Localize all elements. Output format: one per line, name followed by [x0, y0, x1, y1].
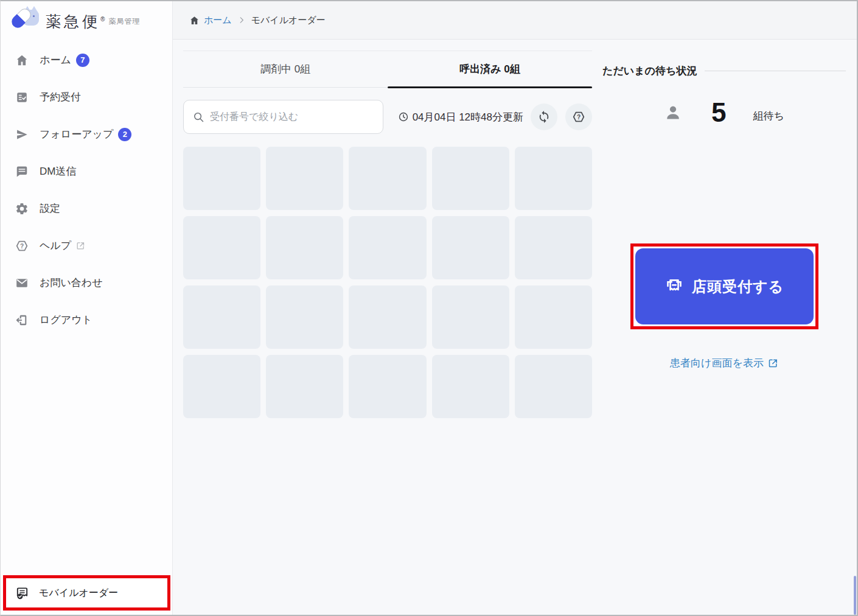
- order-card-placeholder: [183, 285, 260, 349]
- sidebar-item-settings[interactable]: 設定: [1, 190, 172, 227]
- content: 調剤中 0組 呼出済み 0組 04月04日 12時48分更新: [173, 40, 857, 615]
- sidebar-nav: ホーム 7 予約受付 フォローアップ 2 DM送信: [1, 41, 172, 338]
- gear-icon: [15, 202, 29, 215]
- sidebar-item-mobile-order-highlighted[interactable]: モバイルオーダー: [3, 575, 170, 611]
- order-card-placeholder: [183, 355, 260, 418]
- sidebar-item-label: 予約受付: [40, 90, 81, 104]
- order-card-placeholder: [515, 285, 592, 349]
- last-updated-text: 04月04日 12時48分更新: [413, 110, 523, 124]
- order-card-placeholder: [266, 147, 343, 210]
- brand-logo: 薬急便® 薬局管理: [1, 1, 172, 41]
- refresh-button[interactable]: [531, 103, 557, 130]
- external-link-icon: [768, 358, 778, 368]
- brand-name: 薬急便®: [46, 12, 105, 32]
- registered-mark: ®: [100, 15, 105, 22]
- reservation-list-icon: [15, 91, 29, 104]
- sidebar-item-label: 設定: [40, 201, 60, 215]
- order-card-placeholder: [349, 216, 426, 279]
- help-hexagon-icon: ?: [572, 110, 585, 124]
- followup-badge: 2: [118, 128, 131, 141]
- breadcrumb: ホーム モバイルオーダー: [173, 1, 857, 40]
- sidebar: 薬急便® 薬局管理 ホーム 7 予約受付 フォローアップ: [1, 1, 173, 615]
- tab-called[interactable]: 呼出済み 0組: [388, 51, 592, 87]
- order-card-placeholder: [349, 285, 426, 349]
- patient-view-link[interactable]: 患者向け画面を表示: [670, 356, 764, 370]
- order-card-placeholder: [266, 285, 343, 349]
- help-button[interactable]: ?: [565, 103, 592, 130]
- order-card-placeholder: [432, 285, 509, 349]
- home-badge: 7: [76, 54, 89, 67]
- main-area: ホーム モバイルオーダー 調剤中 0組 呼出済み 0組: [173, 1, 857, 615]
- order-card-placeholder: [515, 216, 592, 279]
- search-icon: [193, 111, 204, 123]
- help-hexagon-icon: ?: [15, 239, 29, 253]
- order-card-grid: [183, 147, 592, 418]
- sidebar-item-home[interactable]: ホーム 7: [1, 41, 172, 79]
- walk-in-button-label: 店頭受付する: [692, 277, 784, 296]
- order-card-placeholder: [266, 355, 343, 418]
- patient-view-link-row[interactable]: 患者向け画面を表示: [602, 356, 846, 370]
- scrollbar-thumb[interactable]: [854, 576, 856, 615]
- sidebar-item-label: ホーム: [40, 53, 71, 67]
- sidebar-item-reservations[interactable]: 予約受付: [1, 79, 172, 116]
- mobile-order-icon: [15, 586, 29, 600]
- sidebar-item-label: フォローアップ: [40, 127, 113, 141]
- search-input[interactable]: [210, 111, 374, 122]
- sidebar-item-help[interactable]: ? ヘルプ: [1, 227, 172, 264]
- refresh-icon: [537, 110, 551, 124]
- order-card-placeholder: [266, 216, 343, 279]
- sidebar-item-label: ログアウト: [40, 313, 92, 327]
- walk-in-reception-button[interactable]: 店頭受付する: [635, 248, 814, 324]
- app-window: 薬急便® 薬局管理 ホーム 7 予約受付 フォローアップ: [0, 0, 858, 616]
- pill-cat-logo-icon: [9, 7, 41, 35]
- waiting-title: ただいまの待ち状況: [602, 64, 697, 78]
- message-icon: [15, 165, 29, 178]
- order-card-placeholder: [432, 355, 509, 418]
- breadcrumb-home-icon: [189, 15, 200, 26]
- send-icon: [15, 128, 29, 141]
- update-status-group: 04月04日 12時48分更新 ?: [398, 103, 592, 130]
- tab-bar: 調剤中 0組 呼出済み 0組: [183, 51, 592, 88]
- order-card-placeholder: [515, 355, 592, 418]
- order-card-placeholder: [183, 216, 260, 279]
- waiting-panel: ただいまの待ち状況 5 組待ち 店頭受付する: [602, 40, 846, 615]
- waiting-count: 5: [711, 97, 726, 128]
- orders-column: 調剤中 0組 呼出済み 0組 04月04日 12時48分更新: [183, 40, 592, 615]
- sidebar-item-contact[interactable]: お問い合わせ: [1, 264, 172, 301]
- order-card-placeholder: [432, 147, 509, 210]
- waiting-header: ただいまの待ち状況: [602, 64, 846, 78]
- sidebar-item-label: お問い合わせ: [40, 276, 103, 290]
- breadcrumb-current: モバイルオーダー: [251, 15, 326, 26]
- sidebar-item-logout[interactable]: ログアウト: [1, 301, 172, 338]
- sidebar-item-followup[interactable]: フォローアップ 2: [1, 116, 172, 153]
- receipt-printer-icon: [664, 277, 684, 296]
- sidebar-item-label: DM送信: [40, 164, 76, 178]
- svg-text:?: ?: [577, 114, 581, 121]
- order-card-placeholder: [349, 355, 426, 418]
- chevron-right-icon: [237, 16, 246, 24]
- sidebar-item-dm[interactable]: DM送信: [1, 153, 172, 190]
- home-icon: [15, 54, 29, 67]
- waiting-unit: 組待ち: [753, 103, 784, 123]
- brand-subtitle: 薬局管理: [108, 16, 140, 27]
- tab-dispensing[interactable]: 調剤中 0組: [183, 51, 388, 87]
- search-box: [183, 100, 383, 134]
- header-rule: [705, 71, 846, 71]
- order-card-placeholder: [183, 147, 260, 210]
- waiting-count-row: 5 組待ち: [602, 97, 846, 128]
- person-icon: [664, 103, 682, 122]
- sidebar-item-label: ヘルプ: [40, 239, 71, 253]
- breadcrumb-home-link[interactable]: ホーム: [204, 15, 232, 26]
- annotation-box-red: 店頭受付する: [630, 243, 818, 329]
- order-card-placeholder: [515, 147, 592, 210]
- svg-text:?: ?: [20, 242, 24, 249]
- order-card-placeholder: [432, 216, 509, 279]
- order-card-placeholder: [349, 147, 426, 210]
- clock-icon: [398, 111, 409, 122]
- logout-icon: [15, 313, 29, 327]
- mail-icon: [15, 276, 29, 290]
- sidebar-item-label: モバイルオーダー: [39, 587, 118, 600]
- external-link-icon: [76, 241, 85, 250]
- list-controls: 04月04日 12時48分更新 ?: [183, 100, 592, 134]
